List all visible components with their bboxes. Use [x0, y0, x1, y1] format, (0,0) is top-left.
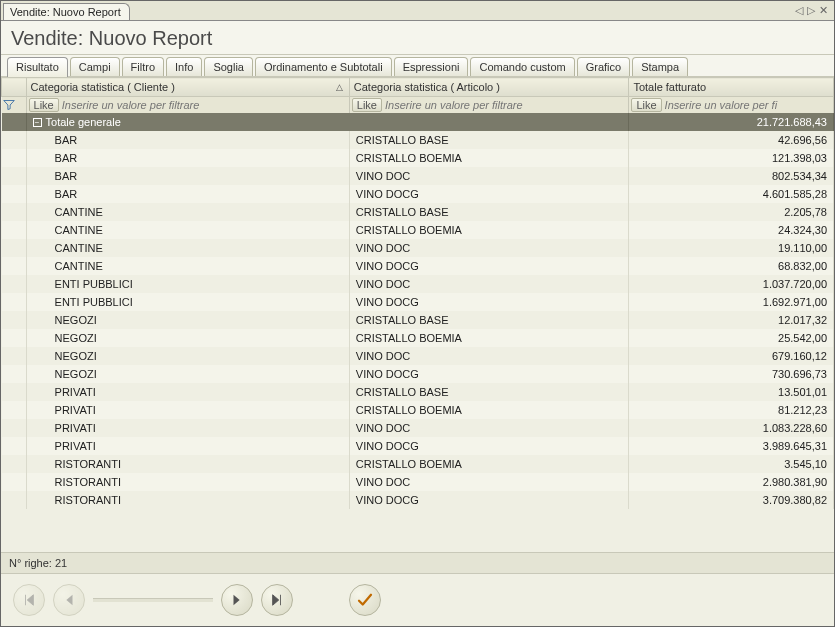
- filter-input-fatturato[interactable]: [665, 99, 831, 111]
- filter-op-cliente[interactable]: Like: [29, 98, 59, 112]
- col-cliente[interactable]: Categoria statistica ( Cliente ) △: [26, 78, 349, 97]
- table-row[interactable]: NEGOZICRISTALLO BOEMIA25.542,00: [2, 329, 834, 347]
- cell-fatturato: 13.501,01: [629, 383, 834, 401]
- results-grid: Categoria statistica ( Cliente ) △ Categ…: [1, 77, 834, 509]
- cell-cliente: NEGOZI: [26, 329, 349, 347]
- tab-comando-custom[interactable]: Comando custom: [470, 57, 574, 76]
- next-window-icon[interactable]: ▷: [807, 4, 815, 17]
- apply-check-button[interactable]: [349, 584, 381, 616]
- table-row[interactable]: NEGOZIVINO DOCG730.696,73: [2, 365, 834, 383]
- cell-cliente: CANTINE: [26, 239, 349, 257]
- cell-fatturato: 802.534,34: [629, 167, 834, 185]
- prev-window-icon[interactable]: ◁: [795, 4, 803, 17]
- tab-info[interactable]: Info: [166, 57, 202, 76]
- tab-ordinamento-e-subtotali[interactable]: Ordinamento e Subtotali: [255, 57, 392, 76]
- funnel-icon[interactable]: [2, 98, 16, 112]
- table-row[interactable]: CANTINEVINO DOC19.110,00: [2, 239, 834, 257]
- filter-input-articolo[interactable]: [385, 99, 626, 111]
- table-row[interactable]: RISTORANTICRISTALLO BOEMIA3.545,10: [2, 455, 834, 473]
- table-row[interactable]: CANTINECRISTALLO BOEMIA24.324,30: [2, 221, 834, 239]
- table-row[interactable]: PRIVATICRISTALLO BOEMIA81.212,23: [2, 401, 834, 419]
- cell-articolo: VINO DOC: [349, 347, 629, 365]
- cell-cliente: NEGOZI: [26, 365, 349, 383]
- header-band: Vendite: Nuovo Report: [1, 21, 834, 55]
- close-window-icon[interactable]: ✕: [819, 4, 828, 17]
- table-row[interactable]: CANTINEVINO DOCG68.832,00: [2, 257, 834, 275]
- tab-filtro[interactable]: Filtro: [122, 57, 164, 76]
- cell-fatturato: 81.212,23: [629, 401, 834, 419]
- collapse-icon[interactable]: −: [33, 118, 42, 127]
- table-row[interactable]: NEGOZIVINO DOC679.160,12: [2, 347, 834, 365]
- tab-campi[interactable]: Campi: [70, 57, 120, 76]
- last-page-button[interactable]: [261, 584, 293, 616]
- table-row[interactable]: PRIVATICRISTALLO BASE13.501,01: [2, 383, 834, 401]
- filter-input-cliente[interactable]: [62, 99, 347, 111]
- cell-articolo: VINO DOCG: [349, 365, 629, 383]
- table-row[interactable]: PRIVATIVINO DOCG3.989.645,31: [2, 437, 834, 455]
- tab-espressioni[interactable]: Espressioni: [394, 57, 469, 76]
- cell-articolo: VINO DOC: [349, 167, 629, 185]
- table-row[interactable]: RISTORANTIVINO DOC2.980.381,90: [2, 473, 834, 491]
- cell-articolo: VINO DOCG: [349, 257, 629, 275]
- cell-articolo: CRISTALLO BASE: [349, 383, 629, 401]
- col-fatturato[interactable]: Totale fatturato: [629, 78, 834, 97]
- cell-articolo: VINO DOCG: [349, 185, 629, 203]
- grid-area: Categoria statistica ( Cliente ) △ Categ…: [1, 77, 834, 552]
- filter-op-articolo[interactable]: Like: [352, 98, 382, 112]
- subtabs: RisultatoCampiFiltroInfoSogliaOrdinament…: [1, 55, 834, 77]
- row-header-col: [2, 78, 27, 97]
- cell-fatturato: 1.692.971,00: [629, 293, 834, 311]
- table-row[interactable]: BARCRISTALLO BASE42.696,56: [2, 131, 834, 149]
- page-slider[interactable]: [93, 598, 213, 602]
- cell-fatturato: 42.696,56: [629, 131, 834, 149]
- tab-stampa[interactable]: Stampa: [632, 57, 688, 76]
- prev-page-button[interactable]: [53, 584, 85, 616]
- cell-fatturato: 2.205,78: [629, 203, 834, 221]
- table-row[interactable]: BARVINO DOCG4.601.585,28: [2, 185, 834, 203]
- cell-fatturato: 19.110,00: [629, 239, 834, 257]
- page-title: Vendite: Nuovo Report: [11, 27, 824, 50]
- cell-cliente: CANTINE: [26, 203, 349, 221]
- cell-fatturato: 3.545,10: [629, 455, 834, 473]
- cell-articolo: VINO DOC: [349, 473, 629, 491]
- window-tab[interactable]: Vendite: Nuovo Report: [3, 3, 130, 20]
- table-row[interactable]: NEGOZICRISTALLO BASE12.017,32: [2, 311, 834, 329]
- grand-total-row[interactable]: − Totale generale 21.721.688,43: [2, 113, 834, 131]
- tab-grafico[interactable]: Grafico: [577, 57, 630, 76]
- table-row[interactable]: BARCRISTALLO BOEMIA121.398,03: [2, 149, 834, 167]
- first-page-button[interactable]: [13, 584, 45, 616]
- grand-total-value: 21.721.688,43: [629, 113, 834, 131]
- col-articolo[interactable]: Categoria statistica ( Articolo ): [349, 78, 629, 97]
- cell-cliente: PRIVATI: [26, 401, 349, 419]
- tab-risultato[interactable]: Risultato: [7, 57, 68, 77]
- col-articolo-label: Categoria statistica ( Articolo ): [354, 81, 500, 93]
- table-row[interactable]: CANTINECRISTALLO BASE2.205,78: [2, 203, 834, 221]
- footer-nav: [1, 574, 834, 626]
- cell-articolo: CRISTALLO BASE: [349, 131, 629, 149]
- cell-articolo: CRISTALLO BOEMIA: [349, 149, 629, 167]
- cell-cliente: NEGOZI: [26, 347, 349, 365]
- filter-row: Like Like Like: [2, 97, 834, 114]
- table-row[interactable]: PRIVATIVINO DOC1.083.228,60: [2, 419, 834, 437]
- cell-articolo: VINO DOCG: [349, 293, 629, 311]
- cell-fatturato: 1.037.720,00: [629, 275, 834, 293]
- cell-cliente: ENTI PUBBLICI: [26, 293, 349, 311]
- cell-fatturato: 3.709.380,82: [629, 491, 834, 509]
- tab-soglia[interactable]: Soglia: [204, 57, 253, 76]
- cell-cliente: RISTORANTI: [26, 473, 349, 491]
- table-row[interactable]: ENTI PUBBLICIVINO DOCG1.692.971,00: [2, 293, 834, 311]
- cell-fatturato: 2.980.381,90: [629, 473, 834, 491]
- cell-fatturato: 12.017,32: [629, 311, 834, 329]
- cell-articolo: CRISTALLO BOEMIA: [349, 401, 629, 419]
- table-row[interactable]: BARVINO DOC802.534,34: [2, 167, 834, 185]
- cell-fatturato: 121.398,03: [629, 149, 834, 167]
- next-page-button[interactable]: [221, 584, 253, 616]
- titlebar: Vendite: Nuovo Report ◁ ▷ ✕: [1, 1, 834, 21]
- table-row[interactable]: RISTORANTIVINO DOCG3.709.380,82: [2, 491, 834, 509]
- cell-cliente: PRIVATI: [26, 419, 349, 437]
- filter-op-fatturato[interactable]: Like: [631, 98, 661, 112]
- grand-total-label: Totale generale: [46, 116, 121, 128]
- sort-asc-icon: △: [336, 82, 343, 92]
- cell-cliente: CANTINE: [26, 221, 349, 239]
- table-row[interactable]: ENTI PUBBLICIVINO DOC1.037.720,00: [2, 275, 834, 293]
